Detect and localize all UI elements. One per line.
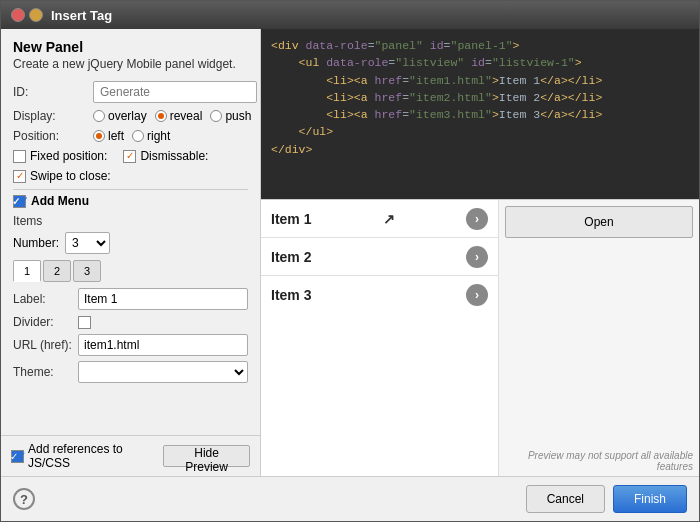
add-menu-checkbox[interactable]: ✓ bbox=[13, 195, 26, 208]
overlay-label: overlay bbox=[108, 109, 147, 123]
preview-list: Item 1 ↗ › Item 2 › Item 3 › bbox=[261, 200, 499, 476]
url-row: URL (href): bbox=[13, 334, 248, 356]
display-overlay[interactable]: overlay bbox=[93, 109, 147, 123]
item-2-label: Item 2 bbox=[271, 249, 311, 265]
tab-3[interactable]: 3 bbox=[73, 260, 101, 282]
right-label: right bbox=[147, 129, 170, 143]
fixed-position-label: Fixed position: bbox=[30, 149, 107, 163]
right-panel: <div data-role="panel" id="panel-1"> <ul… bbox=[261, 29, 699, 476]
theme-select[interactable] bbox=[78, 361, 248, 383]
url-input[interactable] bbox=[78, 334, 248, 356]
code-line-3: <li><a href="item1.html">Item 1</a></li> bbox=[271, 72, 689, 89]
item-3-chevron[interactable]: › bbox=[466, 284, 488, 306]
item-1-label: Item 1 bbox=[271, 211, 311, 227]
footer: ? Cancel Finish bbox=[1, 476, 699, 521]
swipe-to-close-label: Swipe to close: bbox=[30, 169, 111, 183]
left-panel: New Panel Create a new jQuery Mobile pan… bbox=[1, 29, 261, 476]
list-item: Item 1 ↗ › bbox=[261, 200, 498, 238]
help-button[interactable]: ? bbox=[13, 488, 35, 510]
title-bar: Insert Tag bbox=[1, 1, 699, 29]
theme-row: Theme: bbox=[13, 361, 248, 383]
swipe-to-close-item[interactable]: Swipe to close: bbox=[13, 169, 111, 183]
code-line-1: <div data-role="panel" id="panel-1"> bbox=[271, 37, 689, 54]
theme-label: Theme: bbox=[13, 365, 78, 379]
cursor-icon: ↗ bbox=[383, 211, 395, 227]
position-row: Position: left right bbox=[13, 129, 248, 143]
divider-label: Divider: bbox=[13, 315, 78, 329]
code-line-6: </ul> bbox=[271, 123, 689, 140]
code-line-4: <li><a href="item2.html">Item 2</a></li> bbox=[271, 89, 689, 106]
preview-note: Preview may not support all available fe… bbox=[499, 446, 699, 476]
display-label: Display: bbox=[13, 109, 93, 123]
cancel-button[interactable]: Cancel bbox=[526, 485, 605, 513]
push-radio[interactable] bbox=[210, 110, 222, 122]
code-line-2: <ul data-role="listview" id="listview-1"… bbox=[271, 54, 689, 71]
id-label: ID: bbox=[13, 85, 93, 99]
list-item: Item 2 › bbox=[261, 238, 498, 276]
position-right[interactable]: right bbox=[132, 129, 170, 143]
title-bar-buttons bbox=[11, 8, 43, 22]
display-reveal[interactable]: reveal bbox=[155, 109, 203, 123]
dismissable-checkbox[interactable] bbox=[123, 150, 136, 163]
reveal-radio[interactable] bbox=[155, 110, 167, 122]
swipe-row: Swipe to close: bbox=[13, 169, 248, 183]
close-button[interactable] bbox=[11, 8, 25, 22]
tab-1[interactable]: 1 bbox=[13, 260, 41, 282]
fixed-position-checkbox[interactable] bbox=[13, 150, 26, 163]
add-menu-label: Add Menu bbox=[31, 194, 89, 208]
left-label: left bbox=[108, 129, 124, 143]
list-item: Item 3 › bbox=[261, 276, 498, 314]
display-row: Display: overlay reveal push bbox=[13, 109, 248, 123]
number-select[interactable]: 3 bbox=[65, 232, 110, 254]
number-label: Number: bbox=[13, 236, 59, 250]
code-area: <div data-role="panel" id="panel-1"> <ul… bbox=[261, 29, 699, 199]
add-menu-section[interactable]: ✓ Add Menu bbox=[13, 194, 248, 208]
push-label: push bbox=[225, 109, 251, 123]
finish-button[interactable]: Finish bbox=[613, 485, 687, 513]
minimize-button[interactable] bbox=[29, 8, 43, 22]
display-radio-group: overlay reveal push bbox=[93, 109, 251, 123]
tab-2[interactable]: 2 bbox=[43, 260, 71, 282]
tab-row: 1 2 3 bbox=[13, 260, 248, 282]
hide-preview-button[interactable]: Hide Preview bbox=[163, 445, 250, 467]
content-area: New Panel Create a new jQuery Mobile pan… bbox=[1, 29, 699, 476]
item-2-chevron[interactable]: › bbox=[466, 246, 488, 268]
display-push[interactable]: push bbox=[210, 109, 251, 123]
bottom-bar: ✓ Add references to JS/CSS Hide Preview bbox=[1, 435, 260, 476]
open-button[interactable]: Open bbox=[505, 206, 693, 238]
position-label: Position: bbox=[13, 129, 93, 143]
add-ref-checkbox[interactable]: ✓ bbox=[11, 450, 24, 463]
divider-checkbox[interactable] bbox=[78, 316, 91, 329]
url-label: URL (href): bbox=[13, 338, 78, 352]
right-radio[interactable] bbox=[132, 130, 144, 142]
label-label: Label: bbox=[13, 292, 78, 306]
label-row: Label: bbox=[13, 288, 248, 310]
add-ref-label: Add references to JS/CSS bbox=[28, 442, 155, 470]
add-ref-checkbox-item[interactable]: ✓ Add references to JS/CSS bbox=[11, 442, 155, 470]
position-left[interactable]: left bbox=[93, 129, 124, 143]
code-line-5: <li><a href="item3.html">Item 3</a></li> bbox=[271, 106, 689, 123]
panel-desc: Create a new jQuery Mobile panel widget. bbox=[13, 57, 248, 71]
swipe-to-close-checkbox[interactable] bbox=[13, 170, 26, 183]
form-area: ID: Display: overlay reveal bbox=[1, 75, 260, 435]
left-header: New Panel Create a new jQuery Mobile pan… bbox=[1, 29, 260, 75]
item-1-chevron[interactable]: › bbox=[466, 208, 488, 230]
reveal-label: reveal bbox=[170, 109, 203, 123]
overlay-radio[interactable] bbox=[93, 110, 105, 122]
items-label: Items bbox=[13, 214, 248, 228]
fixed-position-item[interactable]: Fixed position: bbox=[13, 149, 107, 163]
preview-area: Item 1 ↗ › Item 2 › Item 3 › Open P bbox=[261, 199, 699, 476]
position-radio-group: left right bbox=[93, 129, 170, 143]
fixed-dismissable-row: Fixed position: Dismissable: bbox=[13, 149, 248, 163]
number-row: Number: 3 bbox=[13, 232, 248, 254]
id-input[interactable] bbox=[93, 81, 257, 103]
panel-title: New Panel bbox=[13, 39, 248, 55]
left-radio[interactable] bbox=[93, 130, 105, 142]
dismissable-label: Dismissable: bbox=[140, 149, 208, 163]
preview-sidebar: Open Preview may not support all availab… bbox=[499, 200, 699, 476]
item-3-label: Item 3 bbox=[271, 287, 311, 303]
window-title: Insert Tag bbox=[51, 8, 112, 23]
code-line-7: </div> bbox=[271, 141, 689, 158]
dismissable-item[interactable]: Dismissable: bbox=[123, 149, 208, 163]
label-input[interactable] bbox=[78, 288, 248, 310]
